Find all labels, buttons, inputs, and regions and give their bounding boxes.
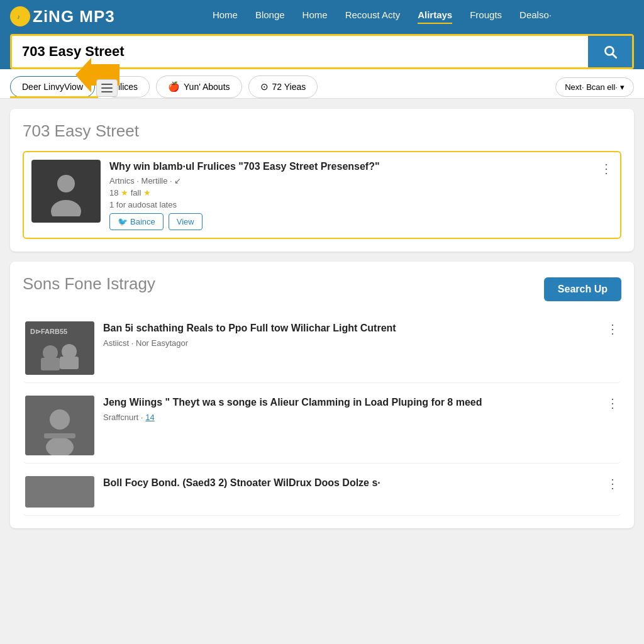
main-content: 703 Easy Street Why win blamb·ul Frulice… bbox=[0, 99, 644, 538]
tab-label-3: Yun' Abouts bbox=[184, 82, 230, 92]
section-easy-street: 703 Easy Street Why win blamb·ul Frulice… bbox=[10, 109, 634, 252]
svg-text:D⊳FARB55: D⊳FARB55 bbox=[30, 328, 67, 335]
result-info-1: Why win blamb·ul Frulices "703 Easy Stre… bbox=[109, 160, 613, 230]
next-label: Next· Bcan ell· bbox=[565, 82, 618, 92]
more-options-button-1[interactable]: ⋮ bbox=[600, 161, 613, 176]
meta-link-2[interactable]: 14 bbox=[145, 413, 154, 422]
list-item-title-2: Jeng Wiings " Theyt wa s songe is Alieur… bbox=[103, 396, 597, 409]
search-up-button[interactable]: Search Up bbox=[544, 277, 621, 301]
sub-text: 1 for audosat lates bbox=[109, 200, 177, 209]
section-sons-fone: Sons Fone Istragy Search Up D⊳FARB55 bbox=[10, 262, 634, 528]
tab-yun-abouts[interactable]: 🍎 Yun' Abouts bbox=[156, 75, 242, 98]
list-item-info-2: Jeng Wiings " Theyt wa s songe is Alieur… bbox=[103, 396, 597, 424]
logo-icon: ♪ bbox=[10, 6, 30, 26]
star-2: ★ bbox=[143, 188, 151, 197]
tab-active-indicator bbox=[10, 96, 98, 98]
section2-title: Sons Fone Istragy bbox=[23, 274, 155, 294]
camera-icon: ⊙ bbox=[260, 81, 269, 92]
thumb-3 bbox=[25, 396, 94, 455]
menu-icon-button[interactable] bbox=[96, 79, 118, 97]
section2-header: Sons Fone Istragy Search Up bbox=[23, 274, 621, 304]
list-item-3: Boll Focy Bond. (Saed3 2) Stnoater WilDr… bbox=[23, 469, 621, 516]
svg-rect-15 bbox=[44, 433, 75, 438]
section1-title: 703 Easy Street bbox=[23, 121, 621, 141]
menu-line-1 bbox=[101, 84, 113, 85]
result-thumb-1 bbox=[31, 160, 101, 223]
svg-rect-10 bbox=[41, 358, 60, 370]
rating-number: 18 bbox=[109, 188, 118, 197]
svg-rect-11 bbox=[60, 357, 79, 369]
menu-line-3 bbox=[101, 91, 113, 92]
list-item-info-1: Ban 5i schathing Reals to Ppo Full tow W… bbox=[103, 321, 597, 350]
thumb-2: D⊳FARB55 bbox=[25, 321, 94, 375]
app-root: ♪ ZiNG MP3 Home Blonge Home Recoust Acty… bbox=[0, 0, 644, 538]
next-dropdown-button[interactable]: Next· Bcan ell· ▾ bbox=[555, 77, 634, 97]
more-options-button-2[interactable]: ⋮ bbox=[606, 321, 619, 336]
result-rating-1: 18 ★ fall ★ bbox=[109, 188, 613, 197]
baince-button[interactable]: 🐦 Baince bbox=[109, 213, 164, 230]
list-item-1: D⊳FARB55 Ban 5i schathing Reals to Ppo F… bbox=[23, 314, 621, 383]
search-button[interactable] bbox=[588, 36, 632, 67]
nav-recoust[interactable]: Recoust Acty bbox=[345, 9, 401, 24]
list-item-2: Jeng Wiings " Theyt wa s songe is Alieur… bbox=[23, 388, 621, 464]
svg-text:♪: ♪ bbox=[17, 13, 21, 20]
logo[interactable]: ♪ ZiNG MP3 bbox=[10, 6, 115, 26]
twitter-icon: 🐦 bbox=[118, 217, 128, 226]
rating-suffix: fall bbox=[131, 188, 142, 197]
list-item-title-3: Boll Focy Bond. (Saed3 2) Stnoater WilDr… bbox=[103, 476, 597, 490]
nav-alirtays[interactable]: Alirtays bbox=[418, 9, 452, 24]
star-1: ★ bbox=[121, 188, 128, 197]
list-item-meta-1: Astiicst · Nor Easytagor bbox=[103, 338, 597, 348]
logo-text: ZiNG MP3 bbox=[33, 7, 115, 26]
main-nav: Home Blonge Home Recoust Acty Alirtays F… bbox=[130, 9, 634, 24]
svg-rect-16 bbox=[25, 476, 94, 508]
menu-line-2 bbox=[101, 87, 113, 89]
nav-frougts[interactable]: Frougts bbox=[470, 9, 502, 24]
menu-icon-button-wrap bbox=[97, 79, 118, 97]
thumb-4 bbox=[25, 476, 94, 508]
result-item-1: Why win blamb·ul Frulices "703 Easy Stre… bbox=[23, 151, 621, 239]
nav-dealso[interactable]: Dealso· bbox=[519, 9, 552, 24]
list-item-meta-2: Sraffcnurt · 14 bbox=[103, 413, 597, 422]
svg-point-4 bbox=[57, 175, 75, 192]
nav-home1[interactable]: Home bbox=[213, 9, 238, 24]
tab-label-4: 72 Yieas bbox=[272, 82, 306, 92]
tabs-row: Deer LinvyViow ·llices 🍎 Yun' Abouts ⊙ 7… bbox=[0, 69, 644, 99]
nav-home2[interactable]: Home bbox=[303, 9, 328, 24]
baince-label: Baince bbox=[130, 217, 155, 226]
list-item-info-3: Boll Focy Bond. (Saed3 2) Stnoater WilDr… bbox=[103, 476, 597, 492]
search-icon bbox=[602, 43, 618, 60]
view-label: View bbox=[177, 217, 194, 226]
more-options-button-4[interactable]: ⋮ bbox=[606, 476, 619, 491]
view-button[interactable]: View bbox=[169, 213, 203, 230]
chevron-down-icon: ▾ bbox=[620, 82, 625, 92]
nav-blonge[interactable]: Blonge bbox=[255, 9, 285, 24]
meta-text-2: Sraffcnurt · bbox=[103, 413, 143, 422]
result-title-1: Why win blamb·ul Frulices "703 Easy Stre… bbox=[109, 160, 613, 174]
apple-icon: 🍎 bbox=[168, 81, 180, 92]
svg-point-13 bbox=[50, 409, 70, 430]
result-sub-1: 1 for audosat lates bbox=[109, 200, 613, 209]
more-options-button-3[interactable]: ⋮ bbox=[606, 396, 619, 411]
list-item-title-1: Ban 5i schathing Reals to Ppo Full tow W… bbox=[103, 321, 597, 335]
result-actions-1: 🐦 Baince View bbox=[109, 213, 613, 230]
result-meta-1: Artnics · Mertille · ↙ bbox=[109, 176, 613, 186]
tab-72-yieas[interactable]: ⊙ 72 Yieas bbox=[248, 75, 318, 98]
